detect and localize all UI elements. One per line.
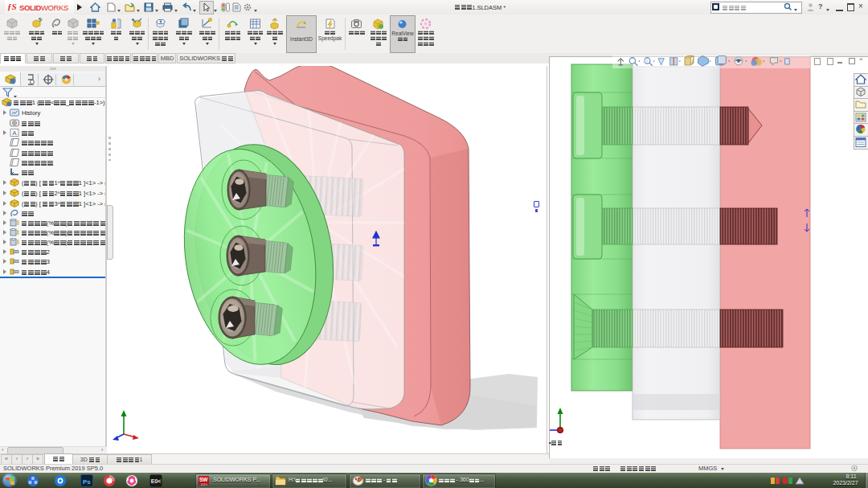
- svg-text:A: A: [12, 129, 17, 137]
- svg-text:Ps: Ps: [83, 478, 91, 486]
- svg-text:2019: 2019: [200, 483, 207, 486]
- svg-text:E0<: E0<: [151, 478, 162, 484]
- svg-text:SW: SW: [199, 477, 208, 482]
